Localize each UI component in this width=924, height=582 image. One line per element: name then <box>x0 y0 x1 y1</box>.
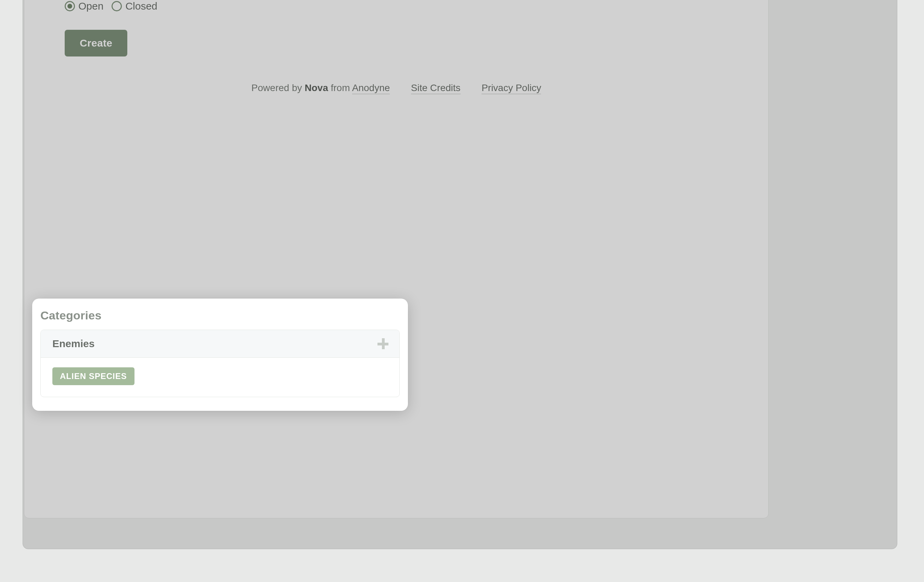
content-card: H1 H2 H3 H4 H5 H6 ¶ B I S 123 <box>24 0 769 518</box>
footer-privacy-link[interactable]: Privacy Policy <box>482 83 541 94</box>
category-group-header[interactable]: Enemies <box>41 330 399 358</box>
outer-frame <box>23 0 897 549</box>
comments-open-radio[interactable] <box>65 1 75 11</box>
footer-product: Nova <box>305 83 328 93</box>
comments-open-label: Open <box>78 0 103 12</box>
category-group-name: Enemies <box>52 338 94 349</box>
categories-panel: Categories Enemies Alien Species <box>32 299 408 411</box>
categories-heading: Categories <box>40 309 400 322</box>
footer-credits-link[interactable]: Site Credits <box>411 83 460 94</box>
footer-vendor-link[interactable]: Anodyne <box>352 83 390 94</box>
category-tag-list: Alien Species <box>41 358 399 397</box>
comments-closed-label: Closed <box>125 0 157 12</box>
plus-icon <box>376 337 390 351</box>
footer: Powered by Nova from Anodyne Site Credit… <box>24 83 768 93</box>
category-tag[interactable]: Alien Species <box>52 367 134 385</box>
footer-from: from <box>328 83 352 93</box>
create-button[interactable]: Create <box>65 30 127 56</box>
comments-closed-radio[interactable] <box>112 1 122 11</box>
dimmed-page-overlay: H1 H2 H3 H4 H5 H6 ¶ B I S 123 <box>0 0 924 582</box>
add-category-button[interactable] <box>376 337 390 351</box>
footer-powered-by: Powered by <box>252 83 305 93</box>
categories-box: Enemies Alien Species <box>40 330 400 397</box>
svg-rect-18 <box>378 343 388 346</box>
comments-radio-group: Open Closed <box>65 0 157 12</box>
